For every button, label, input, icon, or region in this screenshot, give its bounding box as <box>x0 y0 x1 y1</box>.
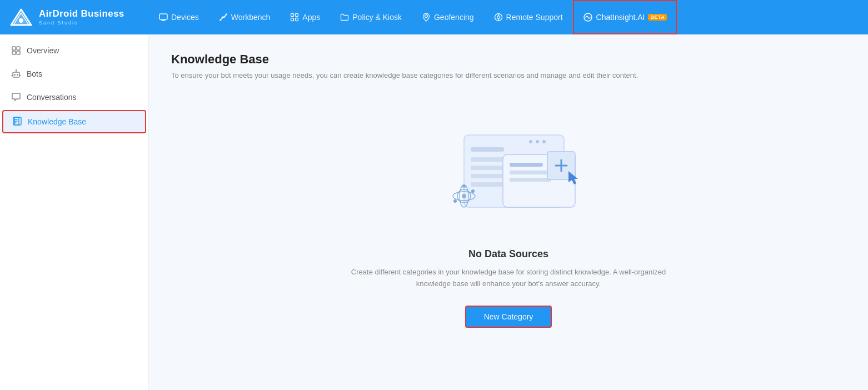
svg-rect-38 <box>471 147 504 152</box>
logo-text: AirDroid Business Sand Studio <box>39 9 124 26</box>
location-icon <box>422 13 431 22</box>
nav-apps-label: Apps <box>302 13 320 22</box>
nav-remote-label: Remote Support <box>506 13 563 22</box>
grid-icon <box>290 13 299 22</box>
empty-description: Create different categories in your know… <box>342 267 675 290</box>
svg-rect-10 <box>291 18 294 21</box>
remote-icon <box>494 13 503 22</box>
svg-point-35 <box>529 140 532 143</box>
folder-icon <box>340 13 349 22</box>
svg-rect-20 <box>12 51 16 54</box>
chatinsight-label: ChatInsight.AI <box>596 13 645 22</box>
svg-rect-3 <box>159 14 167 19</box>
svg-point-7 <box>225 14 227 16</box>
svg-rect-9 <box>296 14 298 17</box>
nav-item-geofencing[interactable]: Geofencing <box>412 0 484 34</box>
nav-item-workbench[interactable]: Workbench <box>209 0 281 34</box>
empty-title: No Data Sources <box>468 248 548 260</box>
nav-item-devices[interactable]: Devices <box>149 0 209 34</box>
svg-point-26 <box>16 69 17 71</box>
svg-point-56 <box>471 189 475 193</box>
bot-icon <box>11 69 21 79</box>
beta-badge: BETA <box>648 14 667 21</box>
knowledge-base-illustration <box>420 124 597 235</box>
chatinsight-button[interactable]: ChatInsight.AI BETA <box>573 0 677 34</box>
svg-point-23 <box>14 74 16 76</box>
nav-policy-label: Policy & Kiosk <box>352 13 402 22</box>
airdroid-logo-icon <box>9 7 33 27</box>
sidebar-item-overview[interactable]: Overview <box>0 39 148 62</box>
svg-point-6 <box>220 19 221 21</box>
svg-point-12 <box>425 15 427 18</box>
chat-icon <box>11 92 21 102</box>
svg-point-55 <box>462 184 466 188</box>
svg-point-37 <box>542 140 546 143</box>
app-name: AirDroid Business <box>39 9 124 19</box>
book-icon <box>12 117 22 127</box>
nav-item-apps[interactable]: Apps <box>280 0 330 34</box>
main-layout: Overview Bots Conversations <box>0 34 868 390</box>
chatinsight-icon <box>583 12 593 22</box>
svg-point-36 <box>536 140 539 143</box>
main-content: Knowledge Base To ensure your bot meets … <box>149 34 868 390</box>
svg-rect-8 <box>291 14 294 17</box>
nav-geofencing-label: Geofencing <box>434 13 474 22</box>
sidebar: Overview Bots Conversations <box>0 34 149 390</box>
app-subtitle: Sand Studio <box>39 20 124 26</box>
nav-devices-label: Devices <box>171 13 199 22</box>
overview-icon <box>11 46 21 56</box>
sidebar-item-knowledge-base[interactable]: Knowledge Base <box>2 110 146 133</box>
svg-rect-18 <box>12 47 16 50</box>
svg-rect-19 <box>17 47 20 50</box>
monitor-icon <box>159 13 168 22</box>
page-title: Knowledge Base <box>171 52 269 67</box>
svg-rect-11 <box>296 18 298 21</box>
nav-workbench-label: Workbench <box>231 13 271 22</box>
nav-item-policy[interactable]: Policy & Kiosk <box>330 0 412 34</box>
svg-point-2 <box>19 18 23 23</box>
sidebar-item-conversations[interactable]: Conversations <box>0 86 148 109</box>
svg-rect-21 <box>17 51 20 54</box>
svg-point-54 <box>462 194 466 198</box>
nav-item-remote[interactable]: Remote Support <box>484 0 573 34</box>
page-subtitle: To ensure your bot meets your usage need… <box>171 71 638 79</box>
tools-icon <box>219 13 228 22</box>
overview-label: Overview <box>27 46 59 55</box>
new-category-button[interactable]: New Category <box>465 306 552 328</box>
logo-area: AirDroid Business Sand Studio <box>0 7 149 27</box>
svg-rect-22 <box>13 72 19 77</box>
empty-state: No Data Sources Create different categor… <box>171 102 846 372</box>
svg-point-14 <box>497 16 500 19</box>
bots-label: Bots <box>27 69 42 78</box>
svg-rect-44 <box>510 163 543 167</box>
nav-items: Devices Workbench Apps <box>149 0 868 34</box>
knowledge-base-label: Knowledge Base <box>28 117 86 126</box>
topnav: AirDroid Business Sand Studio Devices Wo… <box>0 0 868 34</box>
svg-rect-46 <box>510 178 551 182</box>
svg-point-57 <box>453 199 457 203</box>
conversations-label: Conversations <box>27 93 77 102</box>
empty-illustration <box>420 124 597 235</box>
svg-point-24 <box>17 74 18 76</box>
sidebar-item-bots[interactable]: Bots <box>0 62 148 86</box>
